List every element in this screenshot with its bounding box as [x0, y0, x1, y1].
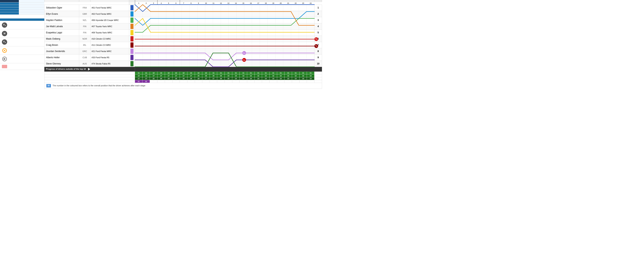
legend-text: The number in the coloured box refers to… [52, 84, 145, 87]
driver-final-pos: 8 [314, 48, 322, 54]
right-panel: PuPe [44, 0, 322, 138]
stage-2-header: 2 [142, 2, 150, 5]
mechanical-icon: M [2, 31, 7, 36]
bottom-cell-3-6 [180, 80, 188, 83]
key-mechanical: M [0, 29, 44, 38]
header-row-1 [44, 0, 322, 2]
bottom-cell-0-13: 11 [232, 72, 240, 74]
round-value [19, 0, 44, 2]
driver-chart-cell-6 [135, 42, 314, 48]
driver-final-pos: 4 [314, 23, 322, 29]
bottom-cell-1-12: 14 [225, 74, 232, 77]
bottom-cell-0-5: 12 [172, 72, 180, 74]
bottom-cell-0-23: 11 [307, 72, 314, 74]
driver-row: Esapekka Lappi FIN #09 Toyota Yaris WRC … [44, 29, 322, 36]
bottom-cell-1-7: 17 [187, 74, 195, 77]
key-section: Pu M Pe [0, 18, 44, 70]
driver-row: Elfyn Evans GBR #02 Ford Fiesta WRC 2 [44, 11, 322, 17]
key-penalty: Pe [0, 38, 44, 46]
driver-chart-cell-0 [135, 5, 314, 11]
bottom-cell-1-1: 13 [142, 74, 150, 77]
bottom-cell-2-3: 20 [158, 77, 165, 80]
bottom-cell-0-6: 12 [180, 72, 188, 74]
bottom-cell-2-13: 14 [232, 77, 240, 80]
driver-car: #74 Skoda Fabia R5 [90, 61, 129, 67]
bottom-cell-2-17: 14 [262, 77, 270, 80]
driver-color-bar [129, 48, 135, 54]
sections-header [129, 0, 135, 2]
penalty-icon: Pe [2, 39, 7, 45]
stage-3-header: 3 [150, 2, 158, 5]
bottom-cell-1-4: 17 [165, 74, 172, 77]
driver-name: Craig Breen [44, 42, 79, 48]
bottom-final-2 [314, 77, 322, 80]
driver-car: #10 Citroën C3 WRC [90, 36, 129, 42]
bottom-cell-2-10: 17 [210, 77, 217, 80]
bottom-cell-2-7: 18 [187, 77, 195, 80]
round-row [0, 0, 44, 2]
bottom-cell-1-14: 13 [240, 74, 247, 77]
bottom-row-0: 1111121212121212121211111111111111111111… [44, 72, 322, 74]
bottom-cell-1-21: 12 [292, 74, 300, 77]
stage-21-header: 21 [284, 2, 292, 5]
stage-4-header: 4 [158, 2, 165, 5]
bottom-cell-1-0: 13 [135, 74, 142, 77]
bottom-cell-3-0: 21 [135, 80, 142, 83]
location-value [19, 5, 44, 7]
progress-chart-area [135, 67, 322, 72]
bottom-cell-1-23: 12 [307, 74, 314, 77]
bottom-cell-1-16: 12 [254, 74, 262, 77]
driver-car: #07 Toyota Yaris WRC [90, 23, 129, 29]
stage-14-header: 14 [232, 2, 240, 5]
driver-color-bar [129, 23, 135, 29]
legend-cell: 00 The number in the coloured box refers… [44, 83, 322, 89]
stage-15-header: 15 [240, 2, 247, 5]
bottom-cell-0-22: 11 [300, 72, 307, 74]
bottom-cell-1-20: 12 [284, 74, 292, 77]
main-container: Pu M Pe [0, 0, 322, 138]
bottom-cell-0-15: 11 [247, 72, 255, 74]
driver-color-bar [129, 36, 135, 42]
final-pos-header [314, 0, 322, 2]
rally-date-row [0, 2, 44, 5]
stage-5-header: 5 [165, 2, 172, 5]
legend-row: 00 The number in the coloured box refers… [44, 83, 322, 89]
bottom-cell-3-10 [210, 80, 217, 83]
bottom-cell-2-20: 13 [284, 77, 292, 80]
bottom-cell-2-0: 17 [135, 77, 142, 80]
stage-11-header: 11 [210, 2, 217, 5]
bottom-empty-3 [44, 80, 135, 83]
bottom-cell-2-9: 17 [202, 77, 210, 80]
bottom-cell-0-11: 11 [217, 72, 225, 74]
driver-row: Jar-Matti Latvala FIN #07 Toyota Yaris W… [44, 23, 322, 29]
bottom-cell-3-11 [217, 80, 225, 83]
driver-color-bar [129, 42, 135, 48]
bottom-cell-2-6: 18 [180, 77, 188, 80]
svg-point-1 [4, 50, 5, 51]
main-table: 1 2 3 4 5 6 7 8 9 10 11 12 13 14 15 16 1 [44, 0, 322, 89]
bottom-cell-2-8: 18 [195, 77, 202, 80]
driver-chart-cell-1 [135, 11, 314, 17]
stage-cancelled-icon [2, 65, 7, 68]
bottom-cell-0-14: 11 [240, 72, 247, 74]
bottom-row-2: 1717222019181818181717161514141414141313… [44, 77, 322, 80]
stage-7-header: 7 [180, 2, 188, 5]
driver-chart-cell-3 [135, 23, 314, 29]
bottom-cell-3-18 [270, 80, 277, 83]
bottom-cell-2-11: 16 [217, 77, 225, 80]
puncture-icon: Pu [2, 22, 7, 28]
stage-24-header: 24 [307, 2, 314, 5]
bottom-empty-1 [44, 74, 135, 77]
driver-final-pos: 3 [314, 17, 322, 23]
driver-nat: NZL [79, 17, 90, 23]
timezone-label [0, 7, 19, 9]
driver-nat: FRA [79, 5, 90, 11]
driver-chart-cell-9 [135, 61, 314, 67]
bottom-cell-2-4: 19 [165, 77, 172, 80]
bottom-cell-3-9 [202, 80, 210, 83]
left-panel: Pu M Pe [0, 0, 44, 138]
bottom-cell-1-19: 12 [277, 74, 284, 77]
bottom-cell-3-16 [254, 80, 262, 83]
driver-name: Steve Glenney [44, 61, 79, 67]
stage-6-header: 6 [172, 2, 180, 5]
